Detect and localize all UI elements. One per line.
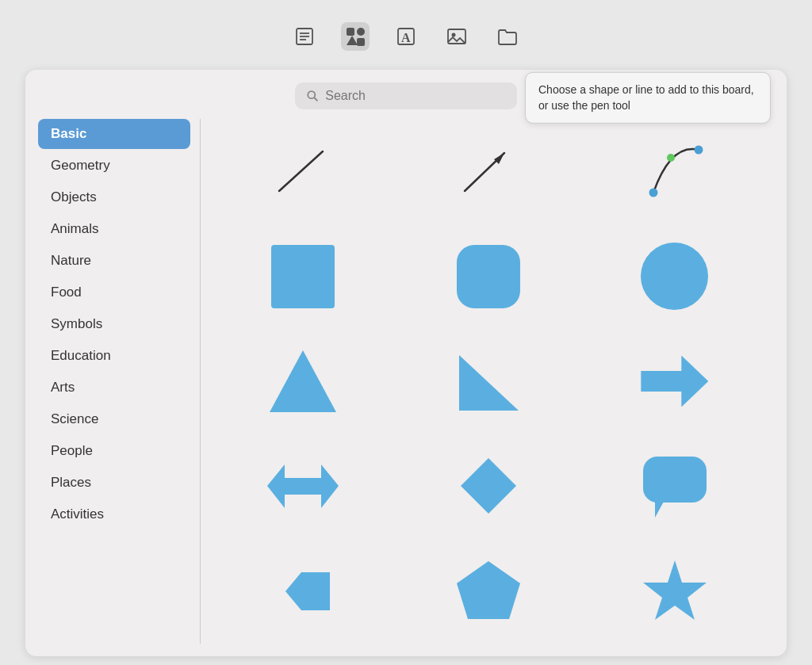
svg-marker-27 [457, 561, 520, 619]
sidebar-item-people[interactable]: People [38, 436, 190, 466]
shapes-grid [204, 119, 774, 644]
sidebar-item-geometry[interactable]: Geometry [38, 151, 190, 181]
search-input[interactable] [325, 89, 506, 103]
svg-text:A: A [401, 31, 411, 44]
sidebar-item-science[interactable]: Science [38, 404, 190, 434]
svg-marker-22 [461, 458, 516, 514]
svg-line-13 [314, 97, 317, 101]
shape-pentagon[interactable] [402, 548, 575, 635]
shape-diamond[interactable] [402, 442, 575, 529]
svg-point-17 [649, 189, 657, 197]
font-icon[interactable]: A [392, 22, 420, 51]
sidebar-item-objects[interactable]: Objects [38, 182, 190, 212]
media-icon[interactable] [442, 22, 471, 51]
shape-line-straight[interactable] [216, 128, 389, 215]
sidebar-item-food[interactable]: Food [38, 277, 190, 308]
shape-speech-bubble[interactable] [588, 442, 761, 529]
shapes-icon[interactable] [341, 22, 370, 51]
svg-rect-4 [347, 28, 354, 36]
text-notes-icon[interactable] [290, 22, 319, 51]
svg-marker-6 [347, 36, 358, 45]
svg-rect-7 [357, 38, 365, 46]
svg-rect-23 [643, 457, 707, 503]
shape-line-arrow[interactable] [402, 128, 575, 215]
svg-marker-28 [643, 560, 707, 620]
sidebar-item-animals[interactable]: Animals [38, 214, 190, 244]
sidebar-item-education[interactable]: Education [38, 341, 190, 371]
sidebar-item-nature[interactable]: Nature [38, 246, 190, 276]
content-area: Basic Geometry Objects Animals Nature Fo… [25, 119, 787, 656]
sidebar-item-symbols[interactable]: Symbols [38, 309, 190, 339]
svg-point-19 [667, 154, 675, 162]
svg-rect-26 [301, 572, 330, 610]
shape-triangle[interactable] [216, 338, 389, 425]
toolbar: A [274, 16, 538, 57]
shape-left-arrow-square[interactable] [216, 548, 389, 635]
search-icon [306, 89, 319, 103]
shape-arrow-right[interactable] [588, 338, 761, 425]
svg-marker-24 [655, 500, 665, 518]
svg-line-14 [279, 151, 323, 191]
search-bar [295, 82, 517, 109]
tooltip: Choose a shape or line to add to this bo… [525, 72, 771, 124]
svg-point-11 [452, 33, 456, 37]
sidebar-item-arts[interactable]: Arts [38, 373, 190, 403]
sidebar-divider [200, 119, 201, 644]
folder-icon[interactable] [493, 22, 522, 51]
sidebar-item-activities[interactable]: Activities [38, 499, 190, 529]
shape-double-arrow[interactable] [216, 442, 389, 529]
svg-point-18 [694, 146, 703, 155]
main-panel: Choose a shape or line to add to this bo… [25, 70, 787, 656]
shape-rounded-square[interactable] [402, 233, 575, 320]
shape-square[interactable] [216, 233, 389, 320]
svg-point-12 [308, 91, 315, 98]
svg-point-5 [357, 28, 365, 36]
sidebar-item-basic[interactable]: Basic [38, 119, 190, 149]
shape-circle[interactable] [588, 233, 761, 320]
shape-right-triangle[interactable] [402, 338, 575, 425]
svg-marker-20 [459, 355, 519, 411]
sidebar-item-places[interactable]: Places [38, 468, 190, 498]
shape-curve[interactable] [588, 128, 761, 215]
sidebar: Basic Geometry Objects Animals Nature Fo… [38, 119, 197, 644]
svg-marker-21 [267, 464, 339, 508]
shape-star[interactable] [588, 548, 761, 635]
